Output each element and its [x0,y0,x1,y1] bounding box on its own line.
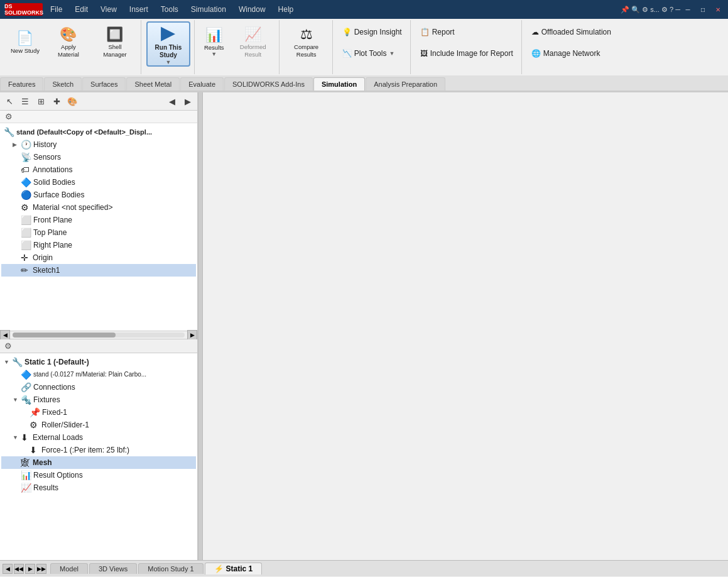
solid-bodies-item[interactable]: 🔷 Solid Bodies [1,176,196,189]
shell-manager-button[interactable]: 🔲 Shell Manager [93,21,137,64]
results-arrow [13,485,19,491]
sensors-item[interactable]: 📡 Sensors [1,151,196,163]
bottom-tab-3dviews[interactable]: 3D Views [89,563,137,574]
minimize-button[interactable]: ─ [683,4,693,14]
expand-panel-button[interactable]: ◀ [165,94,179,108]
top-plane-item[interactable]: ⬜ Top Plane [1,226,196,239]
results-icon: 📈 [21,483,31,493]
add-button[interactable]: ✚ [50,94,63,108]
new-study-icon: 📄 [16,31,33,45]
include-image-button[interactable]: 🖼 Include Image for Report [416,47,518,60]
manage-network-icon: 🌐 [531,49,541,58]
bottom-tab-model[interactable]: Model [50,563,88,574]
menu-window[interactable]: Window [236,4,268,15]
list-view-button[interactable]: ☰ [18,94,32,108]
stand-body-item[interactable]: 🔷 stand (-0.0127 m/Material: Plain Carbo… [1,368,196,381]
static1-root[interactable]: ▼ 🔧 Static 1 (-Default-) [1,356,196,368]
horizontal-scrollbar[interactable]: ◀ ▶ [0,331,197,339]
scroll-right-button[interactable]: ▶ [187,330,197,340]
apply-material-button[interactable]: 🎨 Apply Material [46,21,90,64]
model-root[interactable]: 🔧 stand (Default<Copy of <Default>_Displ… [1,126,196,138]
ext-loads-item[interactable]: ▼ ⬇ External Loads [1,431,196,444]
close-button[interactable]: ✕ [713,4,723,14]
collapse-panel-button[interactable]: ▶ [181,94,195,108]
force1-item[interactable]: ⬇ Force-1 (:Per item: 25 lbf:) [1,444,196,456]
model-header-label: stand (Default<Copy of <Default>_Displ..… [16,128,152,136]
report-button[interactable]: 📋 Report [416,26,518,38]
roller-item[interactable]: ⚙ Roller/Slider-1 [1,419,196,431]
right-plane-item[interactable]: ⬜ Right Plane [1,239,196,251]
fixed1-item[interactable]: 📌 Fixed-1 [1,406,196,419]
select-tool-button[interactable]: ↖ [3,94,16,108]
results-item[interactable]: 📈 Results [1,481,196,494]
results-button[interactable]: 📊 Results ▼ [200,21,229,64]
solid-bodies-label: Solid Bodies [33,178,75,187]
color-button[interactable]: 🎨 [65,94,79,108]
material-icon: ⚙ [21,202,31,212]
tab-evaluate[interactable]: Evaluate [180,77,224,91]
front-plane-item[interactable]: ⬜ Front Plane [1,214,196,226]
compare-results-button[interactable]: ⚖ Compare Results [285,21,329,64]
include-image-icon: 🖼 [420,49,428,58]
stand-body-icon: 🔷 [21,370,31,380]
grid-view-button[interactable]: ⊞ [34,94,48,108]
tab-simulation[interactable]: Simulation [313,77,365,91]
deformed-result-button[interactable]: 📈 Deformed Result [231,21,275,64]
material-item[interactable]: ⚙ Material <not specified> [1,201,196,214]
manage-network-button[interactable]: 🌐 Manage Network [527,47,616,60]
force1-label: Force-1 (:Per item: 25 lbf:) [41,446,129,454]
menu-help[interactable]: Help [276,4,296,15]
design-insight-button[interactable]: 💡 Design Insight [338,26,406,38]
surface-bodies-item[interactable]: 🔵 Surface Bodies [1,189,196,201]
run-this-study-button[interactable]: ▶ Run This Study ▼ [146,21,190,67]
tab-sketch[interactable]: Sketch [44,77,82,91]
new-study-button[interactable]: 📄 New Study [6,21,44,64]
menu-insert[interactable]: Insert [127,4,151,15]
fixtures-item[interactable]: ▼ 🔩 Fixtures [1,393,196,406]
material-arrow [13,204,19,211]
tab-surfaces[interactable]: Surfaces [82,77,126,91]
tab-addins[interactable]: SOLIDWORKS Add-Ins [224,77,313,91]
nav-next-button[interactable]: ▶ [25,564,35,574]
front-plane-label: Front Plane [33,216,72,224]
connections-item[interactable]: 🔗 Connections [1,381,196,393]
bottom-tab-motion[interactable]: Motion Study 1 [138,563,203,574]
nav-last-button[interactable]: ▶▶ [36,564,46,574]
tab-features[interactable]: Features [0,77,43,91]
tab-sheet-metal[interactable]: Sheet Metal [126,77,180,91]
mesh-item[interactable]: 🕸 Mesh [1,456,196,469]
plot-tools-button[interactable]: 📉 Plot Tools ▼ [338,47,406,60]
left-panel: ↖ ☰ ⊞ ✚ 🎨 ◀ ▶ ⚙ 🔧 stand (Default<Copy of… [0,92,198,560]
maximize-button[interactable]: □ [698,4,708,14]
origin-item[interactable]: ✛ Origin [1,251,196,264]
fixtures-icon: 🔩 [21,395,31,405]
ribbon-group-run: ▶ Run This Study ▼ [143,20,195,74]
menu-file[interactable]: File [48,4,65,15]
stand-body-arrow [13,371,19,378]
result-options-item[interactable]: 📊 Result Options [1,469,196,481]
right-plane-icon: ⬜ [21,240,31,250]
tab-analysis-prep[interactable]: Analysis Preparation [366,77,445,91]
scrollbar-track[interactable] [13,332,185,338]
menu-edit[interactable]: Edit [72,4,90,15]
sketch1-item[interactable]: ✏ Sketch1 [1,264,196,277]
top-plane-icon: ⬜ [21,228,31,238]
menu-tools[interactable]: Tools [158,4,181,15]
nav-prev-button[interactable]: ◀ [3,564,13,574]
bottom-tab-static1[interactable]: ⚡Static 1 [205,563,263,574]
nav-first-button[interactable]: ◀◀ [14,564,24,574]
panel-divider[interactable] [198,92,203,560]
material-label: Material <not specified> [33,203,112,212]
offloaded-simulation-button[interactable]: ☁ Offloaded Simulation [527,26,616,38]
menu-simulation[interactable]: Simulation [188,4,229,15]
bottom-nav: ◀ ◀◀ ▶ ▶▶ [3,564,46,574]
force1-icon: ⬇ [30,445,40,455]
offloaded-simulation-icon: ☁ [531,28,539,36]
scroll-left-button[interactable]: ◀ [0,330,10,340]
history-item[interactable]: ▶ 🕐 History [1,138,196,151]
annotations-item[interactable]: 🏷 Annotations [1,163,196,176]
static1-arrow: ▼ [4,359,10,365]
annotations-icon: 🏷 [21,165,31,175]
fixed1-icon: 📌 [30,407,40,417]
menu-view[interactable]: View [98,4,119,15]
